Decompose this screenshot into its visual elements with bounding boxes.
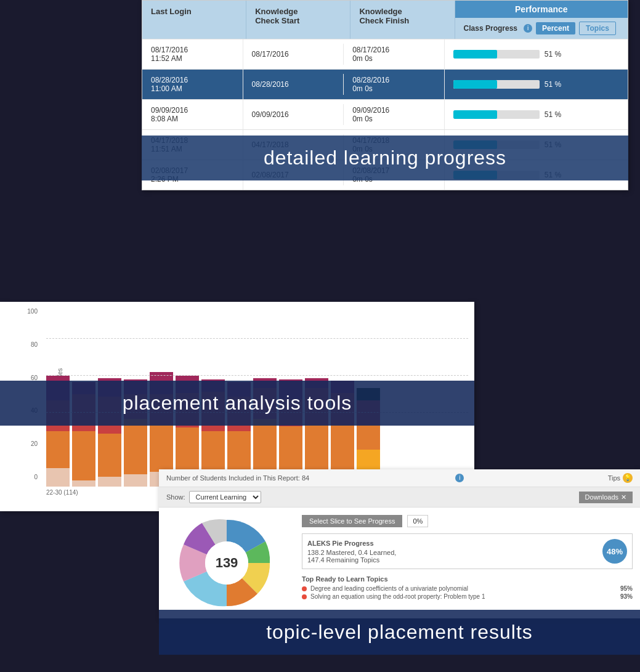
- bar-segment: [150, 425, 173, 472]
- col-knowledge-start: KnowledgeCheck Start: [246, 1, 350, 39]
- topics-card: Number of Students Included in This Repo…: [159, 469, 640, 618]
- progress-bar-outer: [453, 80, 540, 89]
- performance-header: Performance: [455, 1, 628, 18]
- progress-bar-outer: [453, 110, 540, 119]
- bar-segment: [357, 425, 380, 450]
- topics-info-panel: Select Slice to See Progress 0% ALEKS Pi…: [294, 508, 640, 618]
- bar-segment: [72, 480, 95, 487]
- gridline-20: [46, 338, 468, 339]
- overlay-topic-level: topic-level placement results: [159, 610, 640, 655]
- topic-label: Degree and leading coefficients of a uni…: [310, 585, 468, 592]
- top-ready-section: Top Ready to Learn Topics Degree and lea…: [302, 575, 633, 601]
- topic-dot: [302, 594, 307, 599]
- gridline-40: [46, 375, 468, 376]
- bar-segment: [98, 477, 121, 487]
- overlay-placement-analysis: placement analysis tools: [0, 381, 474, 426]
- progress-bar-container: 51 %: [453, 80, 619, 89]
- topics-header: Number of Students Included in This Repo…: [159, 469, 640, 487]
- topic-pct: 93%: [620, 593, 633, 600]
- bar-segment: [98, 434, 121, 477]
- col-knowledge-finish: KnowledgeCheck Finish: [350, 1, 455, 39]
- show-dropdown: Show: Current Learning: [166, 491, 261, 503]
- slice-pct-display: 0%: [407, 515, 428, 527]
- overlay-detailed-learning: detailed learning progress: [142, 136, 628, 180]
- list-item: Solving an equation using the odd-root p…: [302, 593, 633, 600]
- topic-dot: [302, 586, 307, 591]
- table-row: 08/28/201611:00 AM 08/28/2016 08/28/2016…: [142, 69, 628, 99]
- show-select[interactable]: Current Learning: [189, 491, 261, 503]
- topics-body: 139 Select Slice to See Progress 0% ALEK…: [159, 508, 640, 618]
- percent-button[interactable]: Percent: [536, 22, 575, 34]
- cell-progress: 51 %: [445, 104, 628, 125]
- aleks-info-box: ALEKS Pie Progress 138.2 Mastered, 0.4 L…: [302, 533, 633, 569]
- aleks-text: ALEKS Pie Progress 138.2 Mastered, 0.4 L…: [307, 540, 396, 564]
- bar-segment: [201, 431, 225, 474]
- downloads-button[interactable]: Downloads ✕: [579, 492, 633, 503]
- bulb-icon: 💡: [623, 473, 633, 483]
- col-last-login: Last Login: [142, 1, 246, 39]
- top-ready-title: Top Ready to Learn Topics: [302, 575, 633, 583]
- aleks-title: ALEKS Pie Progress: [307, 540, 396, 547]
- bar-segment: [46, 468, 70, 487]
- aleks-pct-circle: 48%: [602, 539, 627, 564]
- cell-last-login: 09/09/20168:08 AM: [142, 100, 243, 129]
- progress-bar-fill: [453, 50, 497, 59]
- bar-segment: [46, 431, 70, 468]
- pie-area: 139: [159, 508, 294, 618]
- table-header: Last Login KnowledgeCheck Start Knowledg…: [142, 1, 628, 39]
- bar-segment: [124, 474, 147, 487]
- info-icon[interactable]: i: [455, 474, 464, 482]
- progress-bar-container: 51 %: [453, 110, 619, 119]
- topics-controls-row: Show: Current Learning Downloads ✕: [159, 487, 640, 508]
- table-row: 09/09/20168:08 AM 09/09/2016 09/09/20160…: [142, 99, 628, 129]
- progress-bar-outer: [453, 50, 540, 59]
- cell-kc-finish: 08/17/20160m 0s: [344, 39, 445, 69]
- progress-bar-fill: [453, 110, 497, 119]
- cell-kc-finish: 08/28/20160m 0s: [344, 70, 445, 99]
- performance-subheader: Class Progress i Percent Topics: [455, 18, 625, 39]
- aleks-mastered: 138.2 Mastered, 0.4 Learned,: [307, 549, 396, 556]
- x-axis-label: 22-30 (114): [46, 489, 78, 496]
- pie-center-value: 139: [205, 541, 248, 585]
- select-slice-button[interactable]: Select Slice to See Progress: [302, 515, 402, 527]
- info-icon[interactable]: i: [524, 24, 532, 33]
- select-slice-row: Select Slice to See Progress 0%: [302, 515, 633, 527]
- cell-progress: 51 %: [445, 74, 628, 95]
- list-item: Degree and leading coefficients of a uni…: [302, 585, 633, 592]
- bar-segment: [305, 425, 328, 469]
- progress-bar-container: 51 %: [453, 50, 619, 59]
- pie-chart-wrapper: 139: [177, 514, 276, 612]
- bar-segment: [72, 431, 95, 480]
- cell-last-login: 08/28/201611:00 AM: [142, 70, 243, 99]
- table-row: 08/17/201611:52 AM 08/17/2016 08/17/2016…: [142, 39, 628, 69]
- cell-progress: 51 %: [445, 44, 628, 65]
- progress-bar-fill: [453, 80, 497, 89]
- cell-kc-start: 08/17/2016: [243, 44, 344, 65]
- aleks-remaining: 147.4 Remaining Topics: [307, 556, 396, 564]
- tips-area: Tips 💡: [608, 473, 633, 483]
- cell-last-login: 08/17/201611:52 AM: [142, 39, 243, 69]
- cell-kc-start: 09/09/2016: [243, 104, 344, 125]
- topic-pct: 95%: [620, 585, 633, 592]
- x-icon: ✕: [621, 493, 626, 501]
- bar-segment: [124, 419, 147, 474]
- col-performance: Performance Class Progress i Percent Top…: [455, 1, 628, 39]
- cell-kc-start: 08/28/2016: [243, 74, 344, 95]
- cell-kc-finish: 09/09/20160m 0s: [344, 100, 445, 129]
- topic-label: Solving an equation using the odd-root p…: [310, 593, 485, 600]
- topics-button[interactable]: Topics: [579, 22, 616, 35]
- bar-segment: [279, 426, 302, 476]
